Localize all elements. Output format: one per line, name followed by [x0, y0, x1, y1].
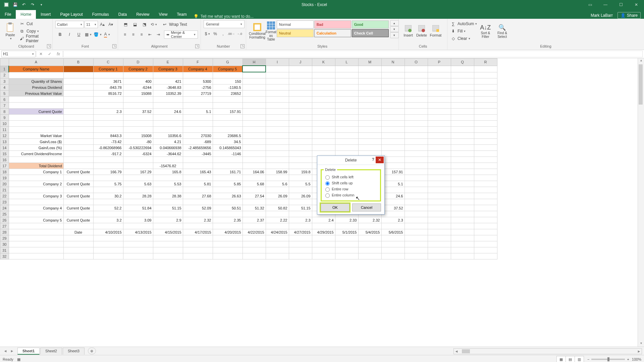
column-header-N[interactable]: N: [381, 59, 405, 66]
cell[interactable]: -15476.82: [153, 163, 183, 169]
cell[interactable]: [266, 139, 289, 145]
row-header[interactable]: 31: [0, 247, 9, 253]
user-name[interactable]: Mark LaBarr: [591, 13, 613, 18]
cell[interactable]: [474, 187, 497, 193]
column-header-H[interactable]: H: [243, 59, 266, 66]
accept-formula-icon[interactable]: ✓: [45, 51, 54, 57]
cell[interactable]: 15008: [123, 133, 153, 139]
cell[interactable]: [183, 211, 213, 217]
cell[interactable]: [428, 241, 451, 247]
cell[interactable]: [289, 247, 312, 253]
cell[interactable]: [381, 97, 405, 103]
cell[interactable]: [63, 90, 93, 97]
cell[interactable]: [474, 199, 497, 205]
cell[interactable]: [93, 247, 123, 253]
cell[interactable]: [63, 109, 93, 115]
cell[interactable]: [405, 115, 428, 121]
cell[interactable]: [474, 175, 497, 181]
cell[interactable]: 2.22: [266, 217, 289, 223]
cell[interactable]: [451, 157, 474, 163]
cell[interactable]: [183, 97, 213, 103]
cell[interactable]: [474, 247, 497, 253]
cell[interactable]: [381, 175, 405, 181]
cell[interactable]: [428, 157, 451, 163]
cell[interactable]: [153, 157, 183, 163]
row-header[interactable]: 26: [0, 217, 9, 223]
tab-insert[interactable]: Insert: [36, 10, 55, 19]
cell[interactable]: [451, 253, 474, 259]
dialog-launcher-icon[interactable]: ↘: [47, 44, 51, 48]
column-header-G[interactable]: G: [213, 59, 243, 66]
tab-review[interactable]: Review: [131, 10, 154, 19]
cell[interactable]: [289, 78, 312, 84]
select-all-corner[interactable]: [0, 59, 9, 66]
cell[interactable]: [93, 235, 123, 241]
cell[interactable]: 2.33: [335, 217, 358, 223]
ok-button[interactable]: OK: [321, 203, 350, 212]
styles-scroll-up-icon[interactable]: ▴: [390, 20, 399, 26]
cell[interactable]: [381, 84, 405, 90]
cell[interactable]: [405, 109, 428, 115]
column-header-P[interactable]: P: [428, 59, 451, 66]
cell[interactable]: [123, 97, 153, 103]
increase-font-icon[interactable]: A▴: [98, 20, 106, 29]
help-icon[interactable]: ?: [372, 157, 374, 162]
cell[interactable]: 4/24/2015: [266, 229, 289, 235]
cell[interactable]: [335, 97, 358, 103]
cell[interactable]: [266, 211, 289, 217]
cell[interactable]: -80: [123, 139, 153, 145]
cell[interactable]: [243, 235, 266, 241]
cell[interactable]: [63, 211, 93, 217]
page-break-view-icon[interactable]: ▥: [575, 356, 584, 362]
cell[interactable]: [381, 139, 405, 145]
cell[interactable]: [358, 72, 381, 78]
cell[interactable]: 2.3: [93, 109, 123, 115]
fill-button[interactable]: ⬇Fill▾: [450, 27, 477, 35]
cell[interactable]: Company 2: [9, 181, 63, 187]
cell[interactable]: [93, 163, 123, 169]
cell[interactable]: 5/1/2015: [335, 229, 358, 235]
cell[interactable]: [183, 163, 213, 169]
cell[interactable]: 3.09: [123, 217, 153, 223]
sheet-tab-sheet3[interactable]: Sheet3: [63, 348, 85, 355]
cell[interactable]: [474, 151, 497, 157]
cell[interactable]: [474, 181, 497, 187]
cell[interactable]: 5.63: [123, 181, 153, 187]
cell[interactable]: [243, 175, 266, 181]
cell[interactable]: [335, 145, 358, 151]
cell[interactable]: [405, 235, 428, 241]
style-bad[interactable]: Bad: [314, 20, 351, 28]
orientation-icon[interactable]: ⟲▾: [149, 20, 158, 29]
cell[interactable]: [474, 211, 497, 217]
cell[interactable]: [428, 78, 451, 84]
column-header-O[interactable]: O: [405, 59, 428, 66]
cell[interactable]: [123, 115, 153, 121]
cell[interactable]: [451, 151, 474, 157]
sheet-nav-prev-icon[interactable]: ◄: [4, 349, 7, 353]
cell[interactable]: 157.91: [213, 109, 243, 115]
redo-icon[interactable]: ↷: [29, 1, 36, 8]
row-header[interactable]: 8: [0, 109, 9, 115]
ribbon-display-icon[interactable]: ▭: [582, 0, 598, 9]
cell[interactable]: [243, 121, 266, 127]
number-format-select[interactable]: General▾: [204, 20, 245, 28]
cell[interactable]: 167.29: [123, 169, 153, 175]
cell[interactable]: [123, 163, 153, 169]
cell[interactable]: [428, 169, 451, 175]
cell[interactable]: [405, 169, 428, 175]
style-calculation[interactable]: Calculation: [314, 29, 351, 37]
qat-customize-icon[interactable]: ▾: [38, 1, 45, 8]
cell[interactable]: Quantity of Shares: [9, 78, 63, 84]
cell[interactable]: [335, 72, 358, 78]
cell[interactable]: [381, 72, 405, 78]
cell[interactable]: 27030: [183, 133, 213, 139]
cell[interactable]: [335, 66, 358, 72]
paste-button[interactable]: Paste▾: [3, 20, 18, 42]
cell[interactable]: [123, 157, 153, 163]
format-cells-button[interactable]: Format: [428, 20, 443, 42]
cell[interactable]: [266, 84, 289, 90]
cell[interactable]: [381, 163, 405, 169]
cell[interactable]: [243, 78, 266, 84]
row-header[interactable]: 7: [0, 103, 9, 109]
cell[interactable]: [153, 223, 183, 229]
